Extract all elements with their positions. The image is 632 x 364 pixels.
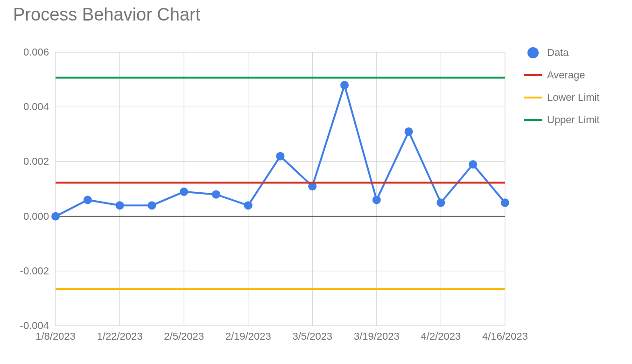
chart-container: Process Behavior Chart -0.004-0.0020.000…: [0, 0, 632, 364]
y-tick-label: 0.002: [23, 155, 56, 168]
svg-point-17: [116, 201, 124, 210]
legend: Data Average Lower Limit Upper Limit: [527, 47, 599, 136]
legend-item-lower-limit: Lower Limit: [527, 91, 599, 104]
y-tick-label: 0.000: [23, 210, 56, 223]
svg-point-27: [436, 198, 445, 207]
plot-area: -0.004-0.0020.0000.0020.0040.0061/8/2023…: [56, 52, 505, 326]
x-tick-label: 3/19/2023: [354, 326, 400, 343]
svg-point-29: [501, 198, 509, 207]
chart-title: Process Behavior Chart: [13, 5, 200, 25]
x-tick-label: 2/5/2023: [164, 326, 204, 343]
x-tick-label: 1/8/2023: [35, 326, 76, 343]
svg-point-16: [84, 196, 92, 204]
chart-svg: [56, 52, 505, 326]
x-tick-label: 1/22/2023: [97, 326, 143, 343]
legend-item-average: Average: [527, 69, 599, 81]
x-tick-label: 2/19/2023: [225, 326, 271, 343]
legend-item-upper-limit: Upper Limit: [527, 114, 599, 126]
x-tick-label: 4/16/2023: [482, 326, 528, 343]
x-tick-label: 4/2/2023: [421, 326, 461, 343]
legend-marker-data: [527, 47, 539, 58]
legend-label-lower-limit: Lower Limit: [547, 91, 599, 104]
x-tick-label: 3/5/2023: [292, 326, 332, 343]
legend-item-data: Data: [527, 47, 599, 59]
svg-point-19: [180, 188, 188, 196]
y-tick-label: -0.002: [20, 265, 56, 277]
legend-marker-lower-limit: [524, 97, 542, 98]
legend-marker-average: [524, 74, 542, 76]
legend-marker-upper-limit: [524, 119, 542, 121]
svg-point-20: [212, 190, 220, 199]
y-tick-label: 0.004: [23, 101, 56, 113]
legend-label-average: Average: [547, 69, 585, 81]
legend-label-data: Data: [547, 47, 569, 59]
svg-point-18: [147, 201, 156, 210]
svg-point-22: [276, 152, 285, 161]
svg-point-28: [469, 160, 477, 168]
svg-point-21: [244, 201, 253, 210]
svg-point-25: [372, 196, 381, 204]
legend-label-upper-limit: Upper Limit: [547, 114, 599, 126]
svg-point-26: [405, 127, 413, 136]
svg-point-24: [340, 81, 349, 89]
y-tick-label: 0.006: [23, 46, 56, 58]
